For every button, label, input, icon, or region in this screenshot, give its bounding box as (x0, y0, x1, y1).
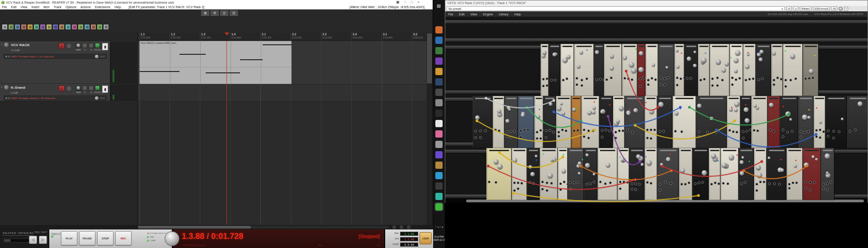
toolbar-icon-12[interactable] (78, 24, 84, 30)
module-knob[interactable] (521, 113, 525, 117)
loop-button[interactable]: LOOP (420, 232, 432, 244)
module-jack[interactable] (639, 77, 642, 80)
module-jack[interactable] (474, 136, 477, 139)
module-jack[interactable] (809, 189, 811, 191)
vcv-titlebar[interactable]: VST3i: VCV Rack 2 (VCV) (16ch) - Track 1… (445, 0, 868, 6)
module-jack[interactable] (800, 136, 802, 138)
rack-module[interactable] (646, 44, 658, 96)
module-knob[interactable] (768, 157, 770, 159)
rack-module[interactable] (637, 44, 646, 96)
module-knob[interactable] (858, 101, 863, 106)
module-jack[interactable] (559, 182, 562, 185)
module-jack[interactable] (550, 79, 553, 81)
module-knob[interactable] (557, 106, 561, 111)
module-jack[interactable] (742, 130, 745, 133)
module-knob[interactable] (693, 64, 697, 67)
module-jack[interactable] (654, 78, 657, 81)
taskbar-app-icon-4[interactable] (435, 68, 443, 75)
module-jack[interactable] (794, 77, 797, 80)
menu-actions[interactable]: Actions (80, 5, 91, 9)
module-knob[interactable] (530, 172, 535, 176)
module-jack[interactable] (527, 129, 529, 131)
module-jack[interactable] (728, 129, 731, 132)
module-jack[interactable] (634, 188, 637, 191)
module-jack[interactable] (809, 181, 811, 184)
module-knob[interactable] (710, 117, 713, 120)
module-jack[interactable] (585, 183, 588, 186)
module-knob[interactable] (561, 169, 566, 173)
rack-module[interactable] (568, 148, 584, 200)
taskbar-app-icon-10[interactable] (435, 130, 443, 138)
rack-module[interactable] (540, 148, 558, 200)
record-input-label[interactable]: MIDI: Portable Rack 1: All channels (11, 55, 94, 58)
wet-dry-knob[interactable] (839, 7, 843, 11)
module-knob[interactable] (547, 173, 553, 178)
module-jack[interactable] (542, 85, 545, 87)
module-knob[interactable] (819, 121, 822, 124)
vcv-menu-help[interactable]: Help (514, 13, 521, 16)
module-knob[interactable] (785, 111, 791, 117)
rack-module[interactable] (693, 148, 709, 200)
module-knob[interactable] (646, 160, 652, 166)
module-jack[interactable] (569, 181, 572, 184)
edit-cursor-marker[interactable] (225, 33, 229, 35)
module-knob[interactable] (759, 57, 763, 62)
taskbar-app-icon-3[interactable] (435, 57, 443, 65)
module-knob[interactable] (592, 110, 595, 114)
rack-module[interactable] (645, 96, 657, 148)
rack-module[interactable] (505, 96, 518, 148)
module-jack[interactable] (610, 76, 613, 79)
module-jack[interactable] (778, 183, 781, 186)
module-jack[interactable] (565, 129, 567, 132)
module-jack[interactable] (642, 76, 645, 79)
module-jack[interactable] (819, 129, 821, 131)
toolbar-icon-2[interactable] (14, 24, 20, 30)
module-knob[interactable] (734, 69, 738, 73)
module-knob[interactable] (741, 156, 744, 159)
module-knob[interactable] (687, 57, 691, 61)
module-jack[interactable] (647, 79, 650, 81)
module-jack[interactable] (585, 77, 588, 80)
module-knob[interactable] (780, 168, 784, 172)
module-jack[interactable] (659, 183, 661, 186)
module-knob[interactable] (734, 108, 738, 112)
start-field-value[interactable]: 1.1.00 (400, 232, 418, 236)
module-jack[interactable] (715, 131, 717, 134)
module-jack[interactable] (748, 78, 751, 81)
module-jack[interactable] (569, 188, 572, 191)
module-jack[interactable] (832, 130, 835, 133)
module-knob[interactable] (641, 163, 644, 166)
module-jack[interactable] (822, 187, 825, 190)
module-jack[interactable] (807, 130, 810, 133)
toolbar-icon-5[interactable] (33, 24, 39, 30)
module-jack[interactable] (545, 136, 547, 139)
module-knob[interactable] (772, 52, 776, 55)
module-jack[interactable] (562, 79, 565, 81)
rack-module[interactable] (743, 44, 756, 96)
rack-module[interactable] (739, 148, 754, 200)
module-jack[interactable] (631, 182, 633, 185)
taskbar-app-icon-2[interactable] (435, 47, 443, 54)
toolbar-icon-1[interactable] (8, 24, 14, 30)
module-jack[interactable] (742, 137, 745, 139)
module-knob[interactable] (790, 54, 795, 59)
module-jack[interactable] (756, 129, 759, 132)
module-jack[interactable] (646, 129, 649, 131)
rack-module[interactable] (771, 44, 783, 96)
zoom-fit-button[interactable] (407, 225, 410, 229)
module-jack[interactable] (827, 135, 830, 138)
module-jack[interactable] (604, 182, 607, 185)
taskbar-app-icon-17[interactable] (435, 203, 443, 210)
module-jack[interactable] (773, 130, 775, 133)
module-jack[interactable] (738, 77, 741, 80)
toolbar-icon-7[interactable] (46, 24, 52, 30)
module-jack[interactable] (786, 131, 789, 134)
reaper-titlebar[interactable]: VCV Rack & Reaper [modified] - REAPER v7… (0, 0, 433, 5)
module-knob[interactable] (658, 102, 664, 107)
rack-module[interactable] (814, 96, 826, 148)
menu-view[interactable]: View (20, 5, 27, 9)
envelope-button[interactable] (66, 43, 72, 49)
track-row[interactable]: 1 VCV RACK +0.2dB ƒ MONINPANWARMEDENV ▮ … (0, 42, 110, 84)
module-jack[interactable] (706, 131, 709, 134)
track-io-button[interactable]: ▮ (102, 43, 108, 50)
